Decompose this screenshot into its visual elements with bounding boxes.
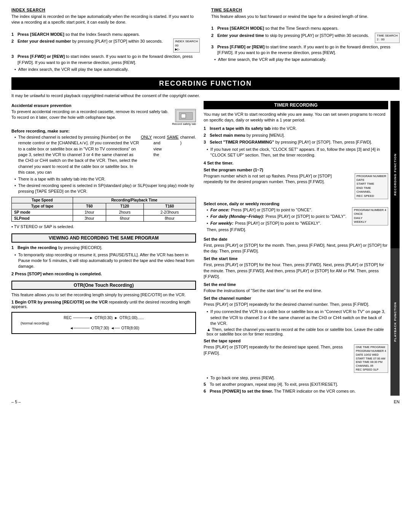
safety-tab-image [175,109,196,122]
otr-heading: OTR(One Touch Recording) [11,281,196,290]
page-footer: – 5 – EN [11,399,400,404]
table-header-recording-time: Recording/Playback Time [73,197,196,203]
otr-normal-label: (Normal recording) [21,321,49,325]
set-tape-speed-heading: Set the tape speed [204,339,388,343]
otr-8-00: OTR(8:00) [121,326,139,330]
otr-arrow-down-left: ◄────── [70,326,89,330]
accidental-erasure-section: Accidental erasure prevention To prevent… [11,103,196,126]
index-search-section: INDEX SEARCH The index signal is recorde… [11,8,200,73]
table-subheader-t160: T160 [143,203,196,209]
table-subheader-t120: T120 [106,203,144,209]
otr-section: OTR(One Touch Recording) This feature al… [11,281,196,334]
safety-tab-svg [175,109,196,123]
set-channel-note1: If you connected the VCR to a cable box … [204,309,388,326]
index-search-title: INDEX SEARCH [11,8,200,12]
time-search-screen: TIME SEARCH2 : 00 [375,33,400,43]
viewing-pause-note: To temporarily stop recording or resume … [11,252,196,270]
tape-speed-table: Tape Speed Recording/Playback Time Type … [11,197,196,222]
select-frequency-section: Select once, daily or weekly recording F… [204,201,388,235]
page-number: – 5 – [11,399,21,404]
time-search-intro: This feature allows you to fast forward … [211,14,400,19]
otr-1-00: OTR(1:00)...... [119,316,144,320]
svg-rect-2 [181,114,186,118]
set-start-time-section: Set the start time First, press [PLAY] o… [204,256,388,280]
accidental-erasure-heading: Accidental erasure prevention [11,103,196,108]
index-search-screen: INDEX SEARCH00▶▷ [173,38,200,53]
set-start-time-text: First, press [PLAY] or [STOP] for the ho… [204,262,388,280]
recording-intro: It may be unlawful to record playback co… [11,93,400,99]
viewing-step2: 2 Press [STOP] when recording is complet… [11,271,196,277]
time-search-step1: 1 Press [SEARCH MODE] so that the Time S… [211,26,400,31]
set-date-section: Set the date First, press [PLAY] or [STO… [204,237,388,254]
time-search-bullet: After time search, the VCR will play the… [211,57,400,62]
final-steps-section: To go back one step, press [REW]. 5 To s… [204,375,388,395]
otr-step1-bold: 1 Begin OTR by pressing [REC/OTR] on the… [11,300,108,304]
before-recording-bullet2: There is a tape with its safety tab into… [11,176,196,182]
set-start-time-heading: Set the start time [204,256,388,261]
tape-speed-screen: ONE TIME PROGRAMPROGRAM NUMBER 4DATE 10/… [354,344,388,372]
timer-clock-note: If you have not yet set the clock, "CLOC… [204,147,388,158]
set-channel-heading: Set the channel number [204,296,388,300]
otr-arrow1: ──────► [73,316,93,320]
set-date-heading: Set the date [204,237,388,241]
table-cell-slp-mode: SLPmod [12,215,73,221]
select-weekly-bullet: For weekly: Press [PLAY] or [STOP] to po… [204,220,350,226]
table-subheader-t60: T60 [73,203,106,209]
final-step5: 5 To set another program, repeat step [4… [204,382,388,387]
main-right-col: TIMER RECORDING You may set the VCR to s… [204,101,400,396]
set-date-text: First, press [PLAY] or [STOP] for the mo… [204,243,388,254]
otr-arrow-left2: ◄── [111,326,120,330]
timer-step1: 1 Insert a tape with its safety tab into… [204,126,388,131]
time-search-step2: 2 Enter your desired time to skip by pre… [211,33,400,43]
main-left-col: Accidental erasure prevention To prevent… [11,101,196,396]
select-daily-bullet: For daily (Monday~Friday): Press [PLAY] … [204,214,350,219]
program-number-screen: PROGRAM NUMBERDATESTART TIMEEND TIMECHAN… [355,173,388,199]
set-tape-speed-section: Set the tape speed Press [PLAY] or [STOP… [204,339,388,372]
index-search-step2: 2 Enter your desired number by pressing … [11,38,200,53]
set-channel-note2: ▲ Then, select the channel you want to r… [204,327,388,336]
timer-step3: 3 Select "TIMER PROGRAMMING" by pressing… [204,139,388,145]
otr-arrow2: ► [114,316,118,320]
table-cell-slp-t60: 3hour [73,215,106,221]
index-search-bullet: After index search, the VCR will play th… [11,67,200,72]
otr-7-30: OTR(7:30) [91,326,109,330]
table-row: SP mode 1hour 2hours 2-2/3hours [12,209,196,215]
table-row: SLPmod 3hour 6hour 8hour [12,215,196,221]
right-band: RECORDING FUNCTION PLAYBACK FUNCTION [390,101,400,396]
final-back-note: To go back one step, press [REW]. [204,375,388,381]
time-search-step3: 3 Press [F.FWD] or [REW] to start time s… [211,44,400,56]
set-end-time-text: Follow the instructions of "Set the star… [204,288,388,294]
set-program-number-heading: Set the program number (1~7) [204,168,388,172]
time-search-title: TIME SEARCH [211,8,400,12]
set-channel-section: Set the channel number Press [PLAY] or [… [204,296,388,337]
before-recording-bullet1: The desired channel is selected by press… [11,134,196,176]
tape-speed-table-container: Tape Speed Recording/Playback Time Type … [11,197,196,222]
viewing-same-program-heading: VIEWING AND RECORDING THE SAME PROGRAM [11,233,196,243]
index-search-step1: 1 Press [SEARCH MODE] so that the Index … [11,32,200,37]
top-section: INDEX SEARCH The index signal is recorde… [11,8,400,73]
table-cell-sp-t160: 2-2/3hours [143,209,196,215]
set-end-time-section: Set the end time Follow the instructions… [204,282,388,294]
table-subheader-type: Type of tape [12,203,73,209]
index-search-intro: The index signal is recorded on the tape… [11,14,200,26]
safety-tab-label: Record safety tab [172,122,196,126]
timer-recording-heading: TIMER RECORDING [204,101,388,109]
frequency-screen: PROGRAM NUMBER 4ONCEDAILYWEEKLY [352,207,388,225]
select-frequency-tail: Then, press [F.FWD]. [204,227,350,233]
before-recording-bullet3: The desired recording speed is selected … [11,183,196,195]
set-program-number-section: Set the program number (1~7) Program num… [204,168,388,199]
right-band-recording: RECORDING FUNCTION [393,153,397,195]
set-program-number-text: Program number which is not set up flash… [204,173,352,185]
recording-banner: RECORDING FUNCTION [11,77,400,90]
set-channel-text: Press [PLAY] or [STOP] repeatedly for th… [204,302,388,307]
select-once-bullet: For once: Press [PLAY] or [STOP] to poin… [204,207,350,213]
set-tape-speed-text: Press [PLAY] or [STOP] repeatedly for th… [204,344,352,356]
right-band-playback: PLAYBACK FUNCTION [393,302,397,342]
index-search-step3: 3 Press [F.FWD] or [REW] to start index … [11,54,200,66]
otr-diagram: REC ──────► OTR(0:30) ► OTR(1:00)...... … [11,312,196,334]
before-recording-section: Before recording, make sure: The desired… [11,129,196,195]
time-search-section: TIME SEARCH This feature allows you to f… [211,8,400,73]
timer-step4-label: 4 Set the timer. [204,161,388,165]
before-recording-heading: Before recording, make sure: [11,129,196,133]
accidental-erasure-text: To prevent accidental recording on a rec… [11,109,169,121]
